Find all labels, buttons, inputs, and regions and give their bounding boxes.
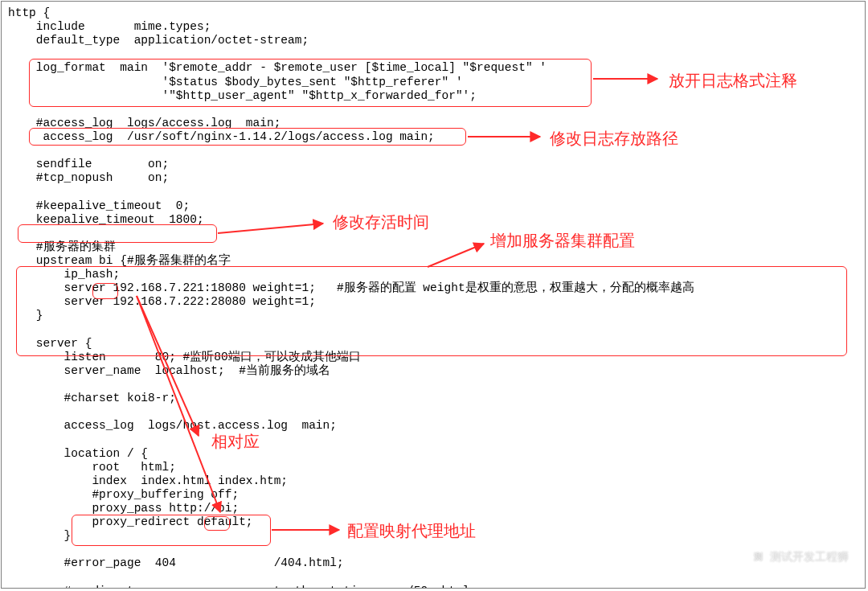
code-line: upstream bi {#服务器集群的名字 [8,254,231,267]
code-line: index index.html index.htm; [8,474,288,487]
nginx-config-code: http { include mime.types; default_type … [8,6,694,589]
code-line: server 192.168.7.222:28080 weight=1; [8,295,316,308]
code-line: server { [8,337,92,350]
code-line: server_name localhost; #当前服务的域名 [8,364,330,377]
annot-access-log: 修改日志存放路径 [550,129,678,149]
code-line: #keepalive_timeout 0; [8,199,190,212]
code-line: #服务器的集群 [8,240,116,253]
code-line: server 192.168.7.221:18080 weight=1; #服务… [8,281,694,294]
code-line: } [8,309,43,322]
code-line: #proxy_buffering off; [8,488,239,501]
code-line: #access_log logs/access.log main; [8,117,280,129]
code-line: keepalive_timeout 1800; [8,213,204,226]
annot-upstream: 增加服务器集群配置 [490,231,635,251]
annot-keepalive: 修改存活时间 [333,212,429,232]
watermark: 测 测试开发工程狮 [751,549,849,564]
watermark-icon: 测 [751,549,765,564]
annot-log-format: 放开日志格式注释 [669,71,805,91]
code-line: proxy_pass http://bi; [8,502,239,515]
code-line: listen 80; #监听80端口，可以改成其他端口 [8,351,361,363]
code-line: log_format main '$remote_addr - $remote_… [8,61,547,74]
code-line: #tcp_nopush on; [8,171,169,184]
code-line: #charset koi8-r; [8,392,176,404]
annot-proxy: 配置映射代理地址 [347,521,476,541]
code-line: ip_hash; [8,268,120,281]
code-line: root html; [8,461,176,474]
code-line: location / { [8,447,148,460]
code-line: #error_page 404 /404.html; [8,556,344,569]
code-line: access_log logs/host.access.log main; [8,419,337,432]
screenshot-frame: http { include mime.types; default_type … [1,1,866,589]
code-line: include mime.types; [8,20,211,33]
code-line: access_log /usr/soft/nginx-1.14.2/logs/a… [8,130,435,143]
code-line: default_type application/octet-stream; [8,34,309,47]
code-line: http { [8,6,50,19]
code-line: '$status $body_bytes_sent "$http_referer… [8,76,463,88]
code-line: sendfile on; [8,158,169,170]
code-line: # redirect server error pages to the sta… [8,585,469,589]
code-line: } [8,529,71,542]
code-line: '"$http_user_agent" "$http_x_forwarded_f… [8,89,477,102]
annot-correspond: 相对应 [211,432,260,452]
code-line: proxy_redirect default; [8,515,253,528]
watermark-text: 测试开发工程狮 [770,550,849,564]
